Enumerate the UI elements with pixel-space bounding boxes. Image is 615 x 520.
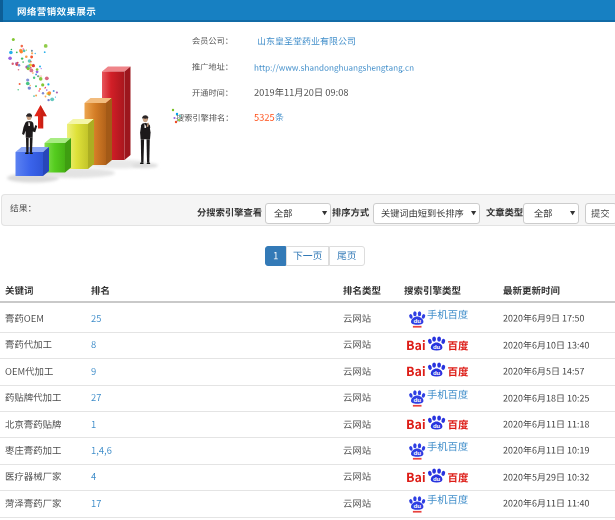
svg-text:du: du bbox=[413, 502, 421, 509]
svg-text:du: du bbox=[433, 423, 441, 429]
svg-text:du: du bbox=[433, 371, 441, 377]
svg-text:du: du bbox=[413, 449, 421, 456]
svg-text:du: du bbox=[433, 344, 441, 350]
svg-text:du: du bbox=[433, 476, 441, 482]
svg-text:du: du bbox=[413, 397, 421, 404]
svg-text:du: du bbox=[413, 317, 421, 324]
